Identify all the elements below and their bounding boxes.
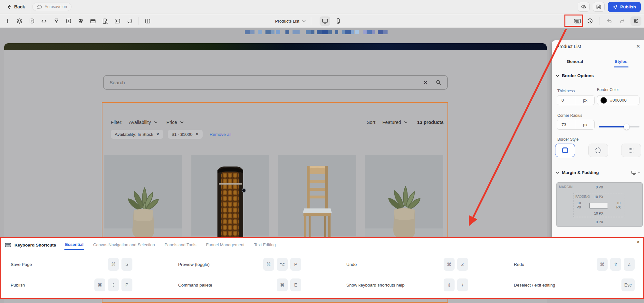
tab-general[interactable]: General [552,56,598,67]
terminal-button[interactable] [113,16,122,26]
redo-button[interactable] [618,16,627,26]
page-selector-dropdown[interactable]: Products List [271,17,310,25]
shortcuts-grid: Save Page ⌘S Preview (toggle) ⌘⌥P Undo ⌘… [1,254,643,295]
search-placeholder: Search [110,80,125,85]
border-style-dashed-button[interactable] [588,144,608,157]
border-style-solid-button[interactable] [555,144,575,157]
filter-availability-dropdown[interactable]: Availability [129,120,157,125]
minimap-block [276,30,280,34]
shortcut-row: Publish ⌘⇧P [1,275,159,295]
thickness-input[interactable]: 0 px [557,95,595,105]
border-options-section-header[interactable]: Border Options [556,73,594,78]
search-icon[interactable] [436,80,441,85]
text-button[interactable] [64,16,73,26]
chip-remove-icon[interactable]: ✕ [156,132,159,136]
minimap-block [322,30,328,34]
padding-left-value[interactable]: 10PX [574,201,584,209]
shortcut-label: Redo [514,262,524,267]
margin-top-value[interactable]: 0 PX [557,185,642,189]
shortcuts-tab-funnel-management[interactable]: Funnel Management [205,241,245,249]
shortcut-row: Command pallete ⌘E [159,275,317,295]
back-button[interactable]: Back [3,2,28,11]
key-cap: ⌘ [108,258,119,271]
minimap-block [345,30,351,34]
padding-bottom-value[interactable]: 10 PX [573,211,624,215]
save-button[interactable] [593,2,605,12]
add-element-button[interactable] [3,16,12,26]
shortcuts-tab-essential[interactable]: Essential [64,240,84,250]
code-button[interactable] [39,16,49,26]
padding-right-value[interactable]: 10PX [614,201,623,209]
toolbar-divider [139,17,139,25]
padding-right-number: 10 [617,201,620,205]
border-color-picker[interactable]: #000000 [597,95,639,105]
shortcuts-tab-canvas-navigation[interactable]: Canvas Navigation and Selection [92,241,156,249]
shortcuts-close-icon[interactable]: ✕ [636,239,640,245]
padding-top-value[interactable]: 10 PX [573,195,624,199]
margin-bottom-value[interactable]: 0 PX [557,220,642,224]
split-view-button[interactable] [143,16,152,26]
style-settings-panel: Product List ✕ General Styles Border Opt… [552,40,644,238]
breakpoint-selector[interactable] [631,170,641,175]
corner-radius-slider[interactable] [599,124,639,129]
border-style-dotted-button[interactable] [621,144,641,157]
form-icon [29,18,35,24]
shortcut-label: Deselect / exit editing [514,283,555,288]
chip-price[interactable]: $1 - $1000 ✕ [168,130,203,139]
layers-button[interactable] [15,16,24,26]
margin-padding-section-header[interactable]: Margin & Padding [556,170,641,175]
page-search-button[interactable] [101,16,110,26]
undo-button[interactable] [605,16,614,26]
code-icon [41,18,47,24]
design-button[interactable] [52,16,61,26]
autosave-indicator[interactable]: Autosave on [32,3,72,11]
split-view-icon [145,18,151,24]
slider-handle[interactable] [624,124,630,130]
minimap-block [311,30,314,34]
key-cap: ⌘ [277,278,288,291]
border-color-value[interactable]: #000000 [610,98,627,103]
sliders-icon [633,18,639,24]
desktop-view-button[interactable] [320,16,330,26]
sort-dropdown[interactable]: Featured [382,120,408,125]
search-input[interactable]: Search ✕ [103,75,448,90]
dashed-border-icon [595,147,601,153]
desktop-icon [631,170,637,175]
corner-radius-value[interactable]: 73 [557,122,576,127]
shortcuts-tab-panels-tools[interactable]: Panels and Tools [164,241,197,249]
shortcut-row: Save Page ⌘S [1,254,159,274]
send-icon [613,5,618,9]
chip-remove-icon[interactable]: ✕ [195,132,198,136]
shapes-button[interactable] [76,16,85,26]
hero-banner-image[interactable] [4,43,547,50]
panel-close-icon[interactable]: ✕ [636,44,640,49]
window-sections-button[interactable] [88,16,98,26]
filter-price-dropdown[interactable]: Price [167,120,184,125]
eye-icon [581,4,587,10]
tab-styles[interactable]: Styles [598,56,644,67]
chevron-down-icon [638,171,641,174]
toolbar-divider [270,17,270,25]
forms-button[interactable] [27,16,36,26]
color-swatch[interactable] [601,97,607,104]
chip-availability[interactable]: Availability: In Stock ✕ [111,130,163,139]
top-header-bar: Back Autosave on Publish [0,0,644,14]
mobile-view-button[interactable] [333,16,343,26]
shortcuts-tab-text-editing[interactable]: Text Editing [254,241,276,249]
shortcut-label: Command pallete [178,283,212,288]
preview-button[interactable] [578,2,590,12]
margin-padding-diagram[interactable]: MARGIN 0 PX 0 PX PADDING 10 PX 10 PX 10P… [556,182,643,227]
settings-panel-button[interactable] [630,16,641,26]
shapes-icon [78,18,84,24]
shortcut-row: Deselect / exit editing Esc [475,275,643,295]
loader-button[interactable] [125,16,134,26]
remove-all-link[interactable]: Remove all [210,132,232,137]
history-button[interactable] [585,16,595,26]
add-icon [5,18,10,24]
thickness-value[interactable]: 0 [557,98,576,103]
cloud-icon [37,5,42,9]
search-clear-icon[interactable]: ✕ [423,80,428,86]
publish-button[interactable]: Publish [608,2,641,12]
corner-radius-input[interactable]: 73 px [557,120,595,130]
minimap-block [306,30,311,34]
